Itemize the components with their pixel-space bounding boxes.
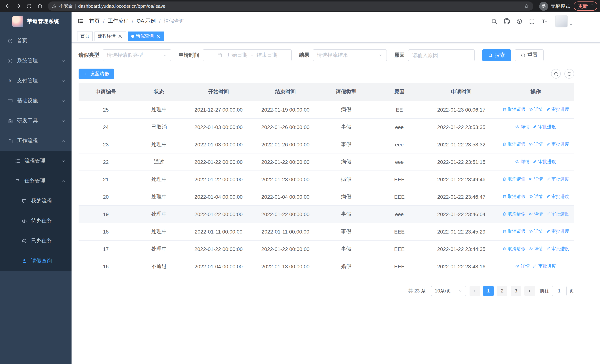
font-size-icon[interactable]: [542, 18, 548, 24]
breadcrumb-item[interactable]: OA 示例: [137, 18, 156, 24]
tab-process-detail[interactable]: 流程详情: [94, 31, 126, 41]
cell-end-time: 2022-01-13 00:00:00: [252, 258, 319, 275]
sidebar-item-task-mgmt[interactable]: 任务管理: [0, 171, 72, 191]
progress-link[interactable]: 审批进度: [546, 228, 569, 235]
reason-input[interactable]: [408, 49, 475, 61]
tab-leave-query[interactable]: 请假查询: [128, 31, 164, 41]
progress-link[interactable]: 审批进度: [546, 246, 569, 252]
result-select[interactable]: 请选择流结果: [313, 49, 387, 61]
cell-apply-time: 2022-01-22 23:46:47: [425, 188, 497, 205]
address-divider: [75, 4, 75, 8]
page-button-3[interactable]: 3: [511, 286, 521, 296]
sidebar-item-system[interactable]: 系统管理: [0, 51, 72, 71]
progress-link[interactable]: 审批进度: [533, 124, 556, 130]
cancel-leave-link[interactable]: 取消请假: [502, 106, 525, 113]
browser-back-button[interactable]: [3, 1, 13, 11]
detail-link[interactable]: 详情: [528, 141, 543, 148]
page-size-select[interactable]: 10条/页: [431, 286, 466, 296]
action-label: 详情: [534, 176, 543, 182]
browser-forward-button[interactable]: [13, 1, 23, 11]
progress-link[interactable]: 审批进度: [546, 211, 569, 217]
address-bar[interactable]: 不安全 dashboard.yudao.iocoder.cn/bpm/oa/le…: [48, 1, 533, 11]
incognito-avatar: [539, 2, 548, 10]
sidebar-item-home[interactable]: 首页: [0, 31, 72, 51]
cell-id: 21: [79, 170, 133, 188]
sidebar-item-payment[interactable]: ¥支付管理: [0, 71, 72, 91]
sidebar-item-my-process[interactable]: 我的流程: [0, 191, 72, 211]
next-page-button[interactable]: [525, 286, 535, 296]
action-label: 详情: [521, 159, 530, 165]
progress-link[interactable]: 审批进度: [533, 159, 556, 165]
sidebar-item-process-mgmt[interactable]: 流程管理: [0, 151, 72, 171]
edit-icon: [546, 195, 550, 199]
progress-link[interactable]: 审批进度: [546, 106, 569, 113]
sidebar-item-infrastructure[interactable]: 基础设施: [0, 91, 72, 111]
sidebar-item-devtools[interactable]: 研发工具: [0, 111, 72, 131]
cancel-leave-link[interactable]: 取消请假: [502, 176, 525, 182]
cancel-leave-link[interactable]: 取消请假: [502, 211, 525, 217]
progress-link[interactable]: 审批进度: [546, 141, 569, 148]
detail-link[interactable]: 详情: [515, 159, 530, 165]
fullscreen-icon[interactable]: [529, 18, 535, 24]
apply-time-filter: 申请时间 开始日期 - 结束日期: [179, 49, 292, 61]
sidebar-item-workflow[interactable]: 工作流程: [0, 131, 72, 151]
page-button-1[interactable]: 1: [483, 286, 494, 296]
cancel-leave-link[interactable]: 取消请假: [502, 246, 525, 252]
end-date-placeholder: 结束日期: [257, 52, 277, 59]
progress-link[interactable]: 审批进度: [546, 194, 569, 200]
reset-button[interactable]: 重置: [515, 49, 544, 61]
sidebar-item-label: 研发工具: [17, 118, 38, 124]
tab-home[interactable]: 首页: [77, 31, 93, 41]
browser-reload-button[interactable]: [24, 1, 34, 11]
cancel-leave-link[interactable]: 取消请假: [502, 228, 525, 235]
detail-link[interactable]: 详情: [528, 106, 543, 113]
page-button-2[interactable]: 2: [497, 286, 507, 296]
detail-link[interactable]: 详情: [528, 176, 543, 182]
cancel-leave-link[interactable]: 取消请假: [502, 141, 525, 148]
detail-link[interactable]: 详情: [515, 263, 530, 270]
incognito-badge: 无痕模式: [536, 2, 573, 10]
leave-type-select[interactable]: 请选择请假类型: [103, 49, 171, 61]
goto-page-input[interactable]: [552, 286, 567, 296]
apply-time-range-picker[interactable]: 开始日期 - 结束日期: [203, 49, 292, 61]
breadcrumb-item[interactable]: 首页: [89, 18, 100, 24]
create-leave-button[interactable]: 发起请假: [79, 69, 114, 79]
github-icon[interactable]: [504, 18, 510, 24]
prev-page-button[interactable]: [469, 286, 480, 296]
search-button[interactable]: 搜索: [482, 49, 511, 61]
sidebar-toggle-icon[interactable]: [77, 18, 84, 24]
breadcrumb-separator: /: [103, 18, 104, 24]
security-label: 不安全: [59, 3, 73, 9]
sidebar-item-done-tasks[interactable]: 已办任务: [0, 231, 72, 251]
sidebar-item-label: 工作流程: [17, 138, 38, 144]
breadcrumb-item[interactable]: 工作流程: [108, 18, 129, 24]
cell-actions: 取消请假详情审批进度: [497, 223, 574, 240]
detail-link[interactable]: 详情: [528, 194, 543, 200]
cancel-leave-link[interactable]: 取消请假: [502, 194, 525, 200]
user-menu[interactable]: [555, 15, 573, 28]
help-icon[interactable]: [516, 18, 523, 24]
progress-link[interactable]: 审批进度: [546, 176, 569, 182]
cell-status: 处理中: [133, 188, 185, 205]
browser-update-button[interactable]: 更新: [574, 1, 597, 11]
search-icon[interactable]: [491, 18, 497, 24]
detail-link[interactable]: 详情: [528, 228, 543, 235]
cell-id: 23: [79, 136, 133, 153]
sidebar-item-leave-query[interactable]: 请假查询: [0, 251, 72, 271]
hide-search-button[interactable]: [551, 69, 561, 79]
detail-link[interactable]: 详情: [528, 246, 543, 252]
close-icon: [117, 34, 123, 39]
app-logo[interactable]: 芋道管理系统: [0, 12, 72, 31]
detail-link[interactable]: 详情: [528, 211, 543, 217]
progress-link[interactable]: 审批进度: [533, 263, 556, 270]
bookmark-star-icon[interactable]: [524, 3, 529, 9]
url-text: dashboard.yudao.iocoder.cn/bpm/oa/leave: [78, 3, 521, 9]
browser-menu-icon[interactable]: [589, 3, 595, 9]
browser-home-button[interactable]: [35, 1, 45, 11]
detail-link[interactable]: 详情: [515, 124, 530, 130]
refresh-table-button[interactable]: [564, 69, 574, 79]
cell-status: 已取消: [133, 118, 185, 136]
sidebar-item-todo-tasks[interactable]: 待办任务: [0, 211, 72, 231]
range-separator: -: [251, 52, 253, 58]
eye-icon: [515, 125, 520, 129]
